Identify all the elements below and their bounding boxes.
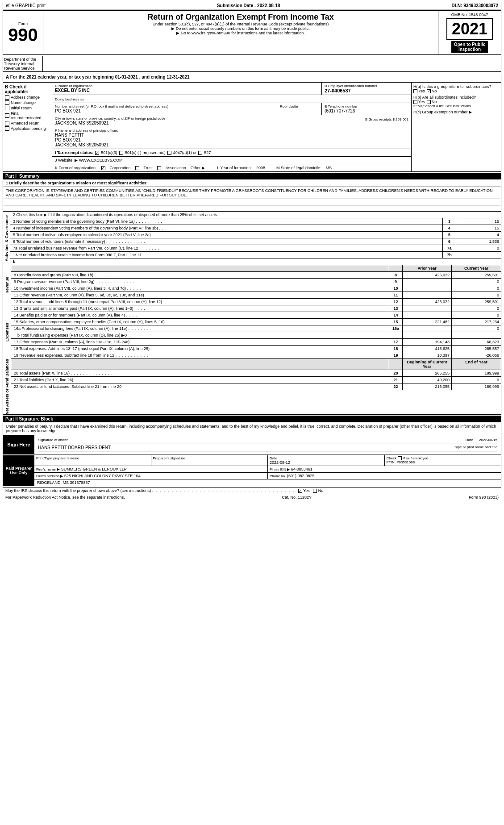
ha-yes-no: Yes No bbox=[413, 89, 499, 93]
phone-label: E Telephone number bbox=[325, 104, 408, 108]
line6-label: 6 Total number of volunteers (estimate i… bbox=[10, 238, 443, 245]
line4-num: 4 bbox=[443, 225, 456, 231]
h-section: H(a) Is this a group return for subordin… bbox=[412, 83, 501, 171]
corporation-label: Corporation bbox=[110, 166, 131, 170]
preparer-label: Paid Preparer Use Only bbox=[3, 455, 34, 486]
hc-label: H(c) Group exemption number ▶ bbox=[413, 110, 499, 114]
line7a-num: 7a bbox=[443, 245, 456, 251]
name-change-label: Name change bbox=[11, 100, 36, 105]
line14-prior bbox=[403, 312, 452, 318]
line11-row: 11 Other revenue (Part VIII, column (A),… bbox=[11, 292, 501, 299]
preparer-sig-label: Preparer's signature bbox=[153, 456, 266, 460]
ptin-row: PTIN P00531568 bbox=[387, 460, 500, 464]
revenue-side-label: Revenue bbox=[5, 277, 9, 294]
expenses-side-bar: Expenses bbox=[3, 305, 11, 359]
line20-label: 20 Total assets (Part X, line 16) . . . … bbox=[11, 370, 389, 376]
checkbox-501c3 bbox=[95, 151, 99, 155]
expenses-content: 13 Grants and similar amounts paid (Part… bbox=[11, 305, 501, 359]
form-org-row: K Form of organization: Corporation Trus… bbox=[52, 164, 411, 171]
trust-label: Trust bbox=[144, 166, 153, 170]
line13-label: 13 Grants and similar amounts paid (Part… bbox=[11, 305, 389, 312]
line5-num: 5 bbox=[443, 232, 456, 238]
tax-year-row: A For the 2021 calendar year, or tax yea… bbox=[3, 73, 501, 81]
line7a-row: 7a Total unrelated business revenue from… bbox=[10, 245, 501, 252]
line21-label: 21 Total liabilities (Part X, line 26) .… bbox=[11, 377, 389, 383]
line14-num: 14 bbox=[389, 312, 403, 318]
bottom-footer: For Paperwork Reduction Act Notice, see … bbox=[3, 494, 501, 500]
part-i-header: Part I Summary bbox=[3, 173, 501, 179]
line15-label: 15 Salaries, other compensation, employe… bbox=[11, 319, 389, 325]
checkbox-final-return bbox=[5, 113, 9, 118]
checkbox-name-change bbox=[5, 100, 9, 105]
line17-label: 17 Other expenses (Part IX, column (A), … bbox=[11, 339, 389, 345]
preparer-content: Print/Type preparer's name Preparer's si… bbox=[34, 455, 501, 486]
ha-yes-item: Yes bbox=[413, 89, 425, 93]
line4-row: 4 Number of independent voting members o… bbox=[10, 225, 501, 232]
form-subtitle1: Under section 501(c), 527, or 4947(a)(1)… bbox=[47, 22, 434, 26]
submission-date: Submission Date - 2022-08-18 bbox=[217, 3, 280, 8]
line4-value: 15 bbox=[456, 225, 501, 231]
discuss-text: May the IRS discuss this return with the… bbox=[5, 488, 323, 493]
line17-row: 17 Other expenses (Part IX, column (A), … bbox=[11, 339, 501, 346]
net-assets-section: Net Assets or Fund Balances Beginning of… bbox=[3, 359, 501, 414]
mission-blank-line bbox=[3, 199, 501, 205]
ha-yes-label: Yes bbox=[418, 89, 425, 93]
self-employed-label: if self-employed bbox=[403, 456, 428, 460]
line18-num: 18 bbox=[389, 346, 403, 352]
line21-num: 21 bbox=[389, 377, 403, 383]
line7b-row: Net unrelated business taxable income fr… bbox=[10, 252, 501, 258]
na-desc-header bbox=[11, 359, 389, 370]
firm-address-label: Firm's address ▶ bbox=[36, 474, 63, 478]
net-assets-side-label: Net Assets or Fund Balances bbox=[5, 359, 9, 414]
address-row: Number and street (or P.O. box if mail i… bbox=[52, 103, 411, 115]
name-title-label: Type or print name and title bbox=[454, 445, 497, 450]
phone-box: E Telephone number (601) 707-7726 bbox=[322, 103, 411, 115]
initial-return-label: Initial return bbox=[11, 106, 32, 110]
firm-name-label: Firm's name bbox=[36, 467, 56, 471]
line16b-prior bbox=[403, 332, 452, 338]
hb-note: If "No," attach a list. See instructions… bbox=[413, 104, 499, 108]
name-title-value: HANS PETTIT BOARD PRESIDENT bbox=[38, 445, 111, 450]
officer-label: F Name and address of principal officer: bbox=[55, 129, 408, 133]
checkbox-application-pending bbox=[5, 126, 9, 131]
dept-row: Department of the Treasury Internal Reve… bbox=[3, 56, 501, 72]
sign-here-section: Sign Here Signature of officer Date 2022… bbox=[3, 435, 501, 454]
firm-city-row: RIDGELAND, MS 391578837 bbox=[34, 479, 501, 486]
part-ii-sig-label: Signature Block bbox=[19, 417, 53, 421]
check-name-change: Name change bbox=[5, 100, 50, 105]
form-990-number: 990 bbox=[8, 26, 38, 44]
for-paperwork-text: For Paperwork Reduction Act Notice, see … bbox=[5, 495, 125, 500]
ha-row: H(a) Is this a group return for subordin… bbox=[413, 84, 499, 93]
mission-text: THE CORPORATION IS STATEWIDE AND CERTIFI… bbox=[3, 187, 501, 199]
current-year-header: Current Year bbox=[452, 265, 501, 271]
mission-blank-line2 bbox=[3, 205, 501, 212]
line16a-prior bbox=[403, 325, 452, 332]
omb-block: OMB No. 1545-0047 2021 Open to PublicIns… bbox=[438, 11, 501, 54]
gross-value: 259,501 bbox=[396, 117, 408, 121]
firm-address-cell: Firm's address ▶ 625 HIGHLAND COLONY PKW… bbox=[34, 473, 268, 479]
firm-phone-label: Phone no. bbox=[270, 474, 286, 478]
line12-current: 259,501 bbox=[452, 299, 501, 305]
expenses-section: Expenses 13 Grants and similar amounts p… bbox=[3, 305, 501, 359]
checkbox-ha-yes bbox=[413, 89, 417, 93]
name-title-line: HANS PETTIT BOARD PRESIDENT Type or prin… bbox=[38, 444, 497, 451]
line12-prior: 426,022 bbox=[403, 299, 452, 305]
firm-ein-cell: Firm's EIN ▶ 64-0853461 bbox=[268, 466, 501, 472]
firm-name-value: ▶ SUMMERS GREEN & LEROUX LLP bbox=[57, 467, 127, 471]
line17-current: 68,323 bbox=[452, 339, 501, 345]
line16a-current: 0 bbox=[452, 325, 501, 332]
preparer-name-row: Print/Type preparer's name Preparer's si… bbox=[34, 455, 501, 466]
line7b-value bbox=[456, 252, 501, 258]
line10-row: 10 Investment income (Part VIII, column … bbox=[11, 285, 501, 292]
sig-officer-label: Signature of officer bbox=[38, 438, 68, 442]
officer-row: F Name and address of principal officer:… bbox=[52, 127, 411, 149]
line7b-label: Net unrelated business taxable income fr… bbox=[10, 252, 443, 258]
form-subtitle2: ▶ Do not enter social security numbers o… bbox=[47, 26, 434, 31]
line8-current: 259,501 bbox=[452, 272, 501, 278]
checkbox-address-change bbox=[5, 95, 9, 100]
room-box: Room/suite bbox=[277, 103, 322, 115]
discuss-no-label: No bbox=[318, 488, 324, 493]
checkbox-discuss-yes bbox=[298, 489, 302, 493]
net-assets-side-bar: Net Assets or Fund Balances bbox=[3, 359, 11, 414]
line3-num: 3 bbox=[443, 218, 456, 225]
